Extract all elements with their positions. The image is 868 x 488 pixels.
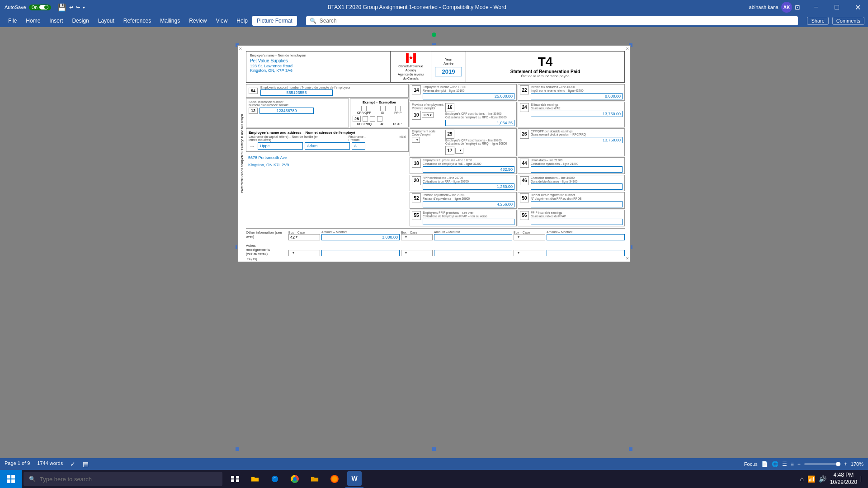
taskbar-search-area[interactable]: 🔍 — [24, 472, 222, 486]
cpp-checkbox[interactable] — [361, 106, 367, 111]
resize-handle-bm[interactable] — [432, 447, 436, 451]
income-tax-input[interactable] — [531, 93, 623, 99]
zoom-plus-icon[interactable]: + — [844, 461, 847, 467]
amount2-input[interactable] — [434, 234, 512, 240]
menu-layout[interactable]: Layout — [94, 16, 119, 26]
ei-checkbox[interactable] — [380, 106, 386, 111]
menu-mailings[interactable]: Mailings — [156, 16, 184, 26]
box4-dropdown[interactable]: ▾ — [288, 250, 320, 256]
empcode-select[interactable]: ▾ — [412, 137, 420, 143]
amount1-input[interactable] — [321, 234, 400, 240]
close-button[interactable]: ✕ — [847, 0, 868, 14]
zoom-minus-icon[interactable]: − — [797, 461, 801, 467]
ei-insurable-label: EI insurable earningsGains assurables d'… — [531, 103, 623, 110]
resize-handle-br[interactable] — [629, 447, 632, 451]
cpp-pensionable-input[interactable] — [531, 137, 623, 143]
initial-input[interactable] — [352, 142, 365, 150]
task-view-button[interactable] — [226, 470, 244, 488]
amount3-input[interactable] — [547, 234, 625, 240]
user-avatar[interactable]: AK — [781, 2, 792, 13]
box2-dropdown[interactable]: ▾ — [401, 234, 433, 240]
search-input[interactable] — [318, 17, 454, 24]
folder-button[interactable] — [306, 470, 324, 488]
share-button[interactable]: Share — [807, 17, 828, 25]
ei-insurable-field: 24 EI insurable earningsGains assurables… — [518, 102, 625, 127]
qpp-select[interactable]: ▾ — [455, 148, 463, 154]
box6-dropdown[interactable]: ▾ — [514, 250, 545, 256]
redo-button[interactable]: ↪ — [76, 5, 80, 10]
view-outline-icon[interactable]: ☰ — [782, 461, 787, 467]
zoom-level[interactable]: 170% — [851, 461, 863, 467]
focus-label[interactable]: Focus — [744, 461, 758, 467]
first-name-input[interactable] — [305, 142, 350, 150]
rpc-check2[interactable] — [370, 116, 375, 122]
amount5-input[interactable] — [434, 250, 512, 256]
word-icon: W — [347, 471, 362, 486]
zoom-slider[interactable] — [804, 463, 840, 465]
minimize-button[interactable]: − — [806, 0, 826, 14]
restore-icon[interactable]: ⊡ — [795, 4, 800, 11]
ei-premiums-input[interactable] — [423, 166, 514, 173]
ei-exemption: EI — [380, 106, 386, 114]
comments-button[interactable]: Comments — [832, 17, 864, 25]
system-time: 4:48 PM — [830, 472, 857, 479]
search-bar[interactable]: 🔍 — [306, 16, 798, 25]
sin-input[interactable] — [259, 108, 314, 114]
view-web-icon[interactable]: 🌐 — [772, 461, 778, 467]
window-controls: − □ ✕ — [806, 0, 868, 14]
box3-dropdown[interactable]: ▾ — [514, 234, 545, 240]
autosave-toggle[interactable]: On — [29, 5, 51, 10]
rpc-check3[interactable] — [377, 116, 382, 122]
union-dues-input[interactable] — [531, 166, 623, 173]
firefox-button[interactable] — [326, 470, 344, 488]
box5-dropdown[interactable]: ▾ — [401, 250, 433, 256]
amount6-input[interactable] — [547, 250, 625, 256]
resize-handle-bl[interactable] — [236, 447, 239, 451]
last-name-input[interactable] — [258, 142, 303, 150]
rpc-check1[interactable] — [363, 116, 368, 122]
employment-income-input[interactable] — [423, 93, 514, 99]
menu-help[interactable]: Help — [232, 16, 252, 26]
layout-icon[interactable]: ▤ — [83, 460, 89, 468]
menu-file[interactable]: File — [4, 16, 21, 26]
chrome-button[interactable] — [286, 470, 304, 488]
menu-review[interactable]: Review — [184, 16, 211, 26]
save-icon[interactable]: 💾 — [57, 3, 66, 12]
ppip-insurable-input[interactable] — [531, 219, 623, 225]
start-button[interactable] — [0, 470, 22, 488]
menu-design[interactable]: Design — [67, 16, 93, 26]
rpp-input[interactable] — [423, 183, 514, 190]
box1-dropdown[interactable]: 42 ▾ — [288, 234, 320, 240]
word-button[interactable]: W — [345, 470, 363, 488]
file-explorer-button[interactable] — [246, 470, 264, 488]
ppip-checkbox[interactable] — [395, 106, 401, 111]
menu-view[interactable]: View — [212, 16, 232, 26]
edge-button[interactable] — [266, 470, 284, 488]
amount4-input[interactable] — [321, 250, 400, 256]
province-select[interactable]: ON▾ — [422, 112, 434, 118]
view-print-icon[interactable]: 📄 — [761, 461, 768, 467]
cpp-input[interactable] — [445, 120, 514, 126]
show-desktop-button[interactable]: ▏ — [861, 476, 864, 482]
pension-adj-input[interactable] — [423, 201, 514, 207]
menu-references[interactable]: References — [119, 16, 156, 26]
menu-home[interactable]: Home — [21, 16, 45, 26]
menu-picture-format[interactable]: Picture Format — [252, 16, 297, 26]
ppip-premiums-input[interactable] — [423, 219, 514, 225]
charitable-input[interactable] — [531, 183, 623, 190]
year-input[interactable] — [435, 67, 462, 76]
proofing-icon[interactable]: ✓ — [70, 460, 75, 468]
wifi-icon[interactable]: 📶 — [807, 475, 815, 483]
system-time-date[interactable]: 4:48 PM 10/29/2020 — [830, 472, 857, 486]
menu-insert[interactable]: Insert — [45, 16, 67, 26]
notification-icon[interactable]: ⌂ — [800, 475, 803, 483]
volume-icon[interactable]: 🔊 — [819, 475, 826, 483]
rpp-reg-input[interactable] — [531, 201, 623, 207]
ei-insurable-input[interactable] — [531, 111, 623, 117]
view-draft-icon[interactable]: ≡ — [791, 461, 794, 467]
taskbar-search-input[interactable] — [38, 475, 201, 483]
undo-button[interactable]: ↩ — [69, 5, 73, 10]
maximize-button[interactable]: □ — [826, 0, 847, 14]
image-rotate-handle[interactable] — [432, 33, 436, 37]
employer-account-input[interactable] — [260, 89, 333, 96]
